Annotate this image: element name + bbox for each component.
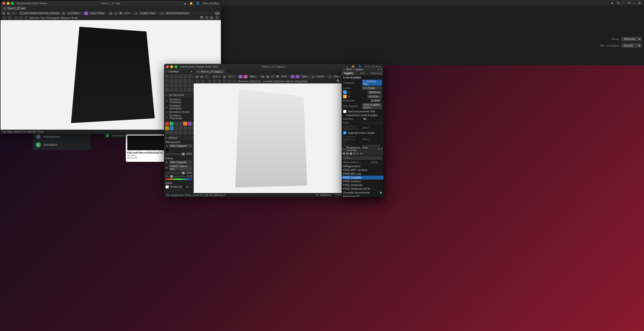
help-icon[interactable]: ? bbox=[380, 68, 382, 71]
suite-tab[interactable]: ✕ Torre C_27 Copia 1 bbox=[195, 70, 225, 74]
menu-icon[interactable]: ≡ bbox=[378, 68, 380, 71]
shadow-checkbox[interactable] bbox=[166, 185, 169, 188]
help-icon[interactable]: ? bbox=[380, 148, 382, 151]
eyedropper-tool[interactable] bbox=[179, 88, 183, 92]
flyover-tool[interactable] bbox=[179, 74, 183, 78]
toolset-item[interactable]: ▭Quotatura Trasversale bbox=[166, 114, 192, 120]
fit-button[interactable]: ⛶ bbox=[271, 75, 275, 78]
info-tab-data[interactable]: Dati bbox=[355, 71, 369, 75]
persp-button[interactable]: ▭ bbox=[160, 12, 164, 15]
cloud-tool[interactable] bbox=[174, 88, 178, 92]
minimize-icon[interactable] bbox=[7, 2, 10, 5]
attributes-title[interactable]: ✕ Attributi bbox=[164, 136, 194, 140]
hide-style-checkbox[interactable] bbox=[343, 110, 346, 113]
cloud-icon[interactable]: ☁ bbox=[184, 2, 186, 5]
pen-opacity-slider[interactable] bbox=[166, 172, 185, 173]
view-selector[interactable]: Vist... bbox=[301, 75, 310, 78]
link-icon[interactable]: ⟲ bbox=[166, 145, 168, 147]
expand-icon[interactable]: ▾ bbox=[191, 70, 192, 73]
x-field[interactable]: -38324mm bbox=[367, 91, 382, 94]
mode-icon-4[interactable] bbox=[213, 79, 216, 83]
minimize-icon[interactable] bbox=[170, 65, 173, 68]
view2-button[interactable]: ◻ bbox=[296, 75, 300, 78]
link2-icon[interactable]: ⟲ bbox=[186, 185, 188, 188]
menu-icon[interactable]: ⋮ bbox=[190, 185, 192, 188]
mode-icon-5[interactable] bbox=[24, 16, 28, 20]
dropdown-button[interactable]: ▾ bbox=[215, 12, 220, 15]
add-node-checkbox[interactable] bbox=[343, 131, 346, 134]
t4-tool[interactable] bbox=[179, 131, 183, 135]
toolset-item[interactable]: ▭Quotatura automatica bbox=[166, 104, 192, 110]
zoom-button[interactable]: 🔍 bbox=[276, 75, 280, 78]
fill-opacity-slider[interactable] bbox=[166, 154, 185, 155]
search-icon[interactable]: 🔍 bbox=[200, 16, 204, 20]
nav-item[interactable]: FREE-Involucro bbox=[342, 179, 383, 183]
link-icon[interactable]: ⟲ bbox=[166, 161, 168, 164]
layers-button[interactable]: ▤ bbox=[61, 12, 65, 15]
grid1-button[interactable]: ▦ bbox=[261, 75, 265, 78]
pipe-tool[interactable] bbox=[170, 126, 174, 130]
building-tool[interactable] bbox=[165, 122, 169, 126]
nav-btn-6[interactable]: ▭ bbox=[360, 152, 362, 155]
layer-set-selector[interactable]: Z_Lotti-Globali-Sole forte profondo bbox=[19, 12, 60, 15]
grid2-button[interactable]: ▦ bbox=[266, 75, 270, 78]
layer-selector[interactable]: C-3-Solaio bbox=[362, 86, 382, 90]
mode-icon-2[interactable] bbox=[8, 16, 11, 20]
share-button[interactable]: ⇪ bbox=[205, 75, 209, 78]
ellipse-tool[interactable] bbox=[165, 83, 169, 87]
nav-btn-3[interactable]: ▦ bbox=[350, 152, 352, 155]
perspective-selector[interactable]: Normal Perspective bbox=[165, 12, 190, 15]
mode-icon-7[interactable] bbox=[228, 79, 231, 83]
bezier-tool[interactable] bbox=[188, 83, 192, 87]
t1-tool[interactable] bbox=[165, 131, 169, 135]
mode-icon-5[interactable] bbox=[218, 79, 221, 83]
close-icon[interactable]: ✕ bbox=[166, 70, 168, 73]
nav-btn-4[interactable]: ◻ bbox=[353, 152, 355, 155]
image-size-select[interactable]: Grande bbox=[621, 43, 641, 48]
poly-tool[interactable] bbox=[179, 79, 183, 83]
site-tool[interactable] bbox=[170, 122, 174, 126]
story-selector[interactable]: C-... bbox=[228, 75, 235, 78]
close-icon[interactable]: ✕ bbox=[166, 136, 168, 139]
light-tool[interactable] bbox=[183, 126, 187, 130]
menu-icon[interactable]: ≡ bbox=[378, 148, 380, 151]
info-tab-object[interactable]: Oggetto bbox=[342, 71, 355, 75]
share-button[interactable]: ⇪ bbox=[12, 12, 16, 15]
nav-item[interactable]: FREE-Strutturale full+M... bbox=[342, 187, 383, 191]
render-icon[interactable]: ✦ bbox=[215, 16, 219, 20]
style-selector[interactable]: Linea di griglia (picco... bbox=[362, 103, 382, 109]
window-tool[interactable] bbox=[174, 122, 178, 126]
arc-tool[interactable] bbox=[174, 79, 178, 83]
gridline-settings-button[interactable]: Impostazioni Linea di griglia... bbox=[343, 114, 382, 117]
move-tool[interactable] bbox=[188, 74, 192, 78]
mode-icon-6[interactable] bbox=[223, 79, 226, 83]
bg-settings-item[interactable]: ⚙ Impostazioni bbox=[33, 133, 91, 141]
tab-close-icon[interactable]: ✕ bbox=[4, 7, 6, 10]
info-palette-title[interactable]: ✕ INFO - Oggetto ≡ ? bbox=[342, 67, 383, 71]
mode-icon-8[interactable] bbox=[233, 79, 236, 83]
link-icon[interactable]: ⟲ bbox=[166, 175, 168, 178]
signature-select[interactable]: Nessuna bbox=[621, 37, 641, 41]
maximize-icon[interactable] bbox=[175, 65, 177, 68]
nav-item[interactable]: Generale-Assonometria bbox=[342, 191, 383, 195]
pen-style-selector[interactable]: Stile Categoria bbox=[169, 161, 192, 164]
angle-button[interactable]: ∠ bbox=[311, 75, 315, 78]
nav-item[interactable]: FREE MEP +strutture bbox=[342, 168, 383, 172]
mode-icon-2[interactable] bbox=[201, 79, 204, 83]
view-selector[interactable]: Custom View bbox=[139, 12, 156, 15]
mode-icon-1[interactable] bbox=[196, 79, 199, 83]
t3-tool[interactable] bbox=[174, 131, 178, 135]
proj-selector[interactable]: Pro... bbox=[333, 75, 342, 78]
t2-tool[interactable] bbox=[170, 131, 174, 135]
nav-btn-5[interactable]: ◻ bbox=[356, 152, 359, 155]
misc-tool[interactable] bbox=[183, 88, 187, 92]
stair-tool[interactable] bbox=[188, 122, 192, 126]
plane2-icon[interactable]: ◆ bbox=[244, 75, 248, 78]
tab-close-icon[interactable]: ✕ bbox=[197, 70, 199, 73]
nav-item[interactable]: FREE-Strutturale bbox=[342, 183, 383, 187]
rect-tool[interactable] bbox=[170, 79, 174, 83]
nav-item[interactable]: AAAggiornaGis bbox=[342, 164, 383, 168]
story-selector[interactable]: C-T-Piano bbox=[66, 12, 81, 15]
color-gradient[interactable] bbox=[166, 178, 192, 180]
mode-icon-1[interactable] bbox=[3, 16, 6, 20]
